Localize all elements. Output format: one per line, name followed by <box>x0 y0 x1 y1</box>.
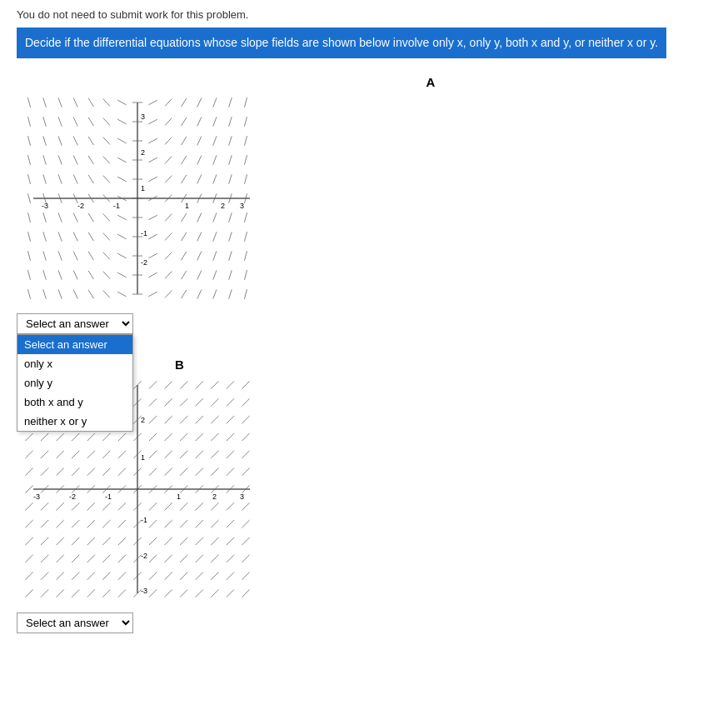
select-a-container[interactable]: Select an answer only x only y both x an… <box>17 313 133 334</box>
select-b-container[interactable]: Select an answer only x only y both x an… <box>17 612 133 633</box>
dropdown-option-only-y[interactable]: only y <box>17 373 132 392</box>
problem-statement: Decide if the differential equations who… <box>17 28 666 58</box>
dropdown-open-a[interactable]: Select an answer only x only y both x an… <box>17 334 133 432</box>
select-a[interactable]: Select an answer only x only y both x an… <box>17 313 133 334</box>
dropdown-option-both[interactable]: both x and y <box>17 392 132 412</box>
section-a: A Select an answer only x only y both x … <box>17 75 711 341</box>
dropdown-option-select-answer[interactable]: Select an answer <box>17 335 132 354</box>
dropdown-option-neither[interactable]: neither x or y <box>17 412 132 431</box>
graph-a-label: A <box>150 75 711 89</box>
graph-b-label: B <box>175 358 711 372</box>
graph-a-container <box>17 94 258 302</box>
intro-text: You do not need to submit work for this … <box>17 8 711 21</box>
dropdown-option-only-x[interactable]: only x <box>17 354 132 373</box>
graph-a-canvas <box>17 94 258 302</box>
select-b[interactable]: Select an answer only x only y both x an… <box>17 612 133 633</box>
